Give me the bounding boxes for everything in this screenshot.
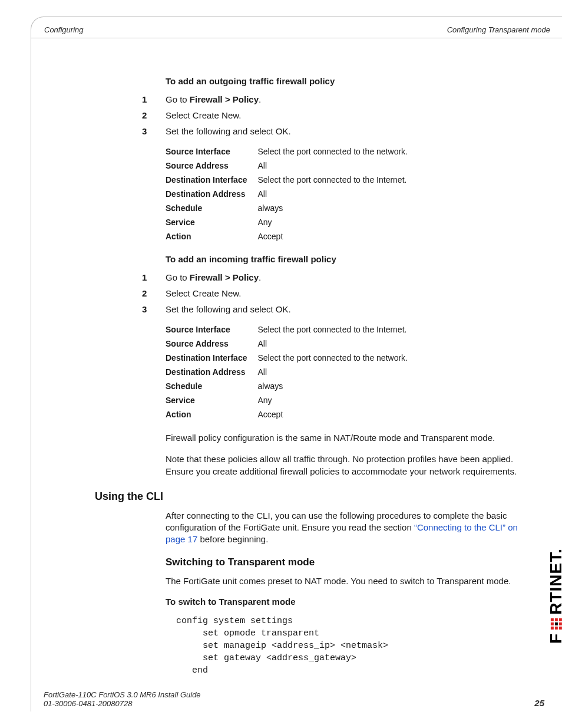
setting-label: Schedule (166, 201, 257, 215)
incoming-title: To add an incoming traffic firewall poli… (166, 254, 520, 264)
setting-label: Service (166, 393, 257, 407)
table-row: Source InterfaceSelect the port connecte… (166, 322, 414, 337)
setting-label: Source Address (166, 337, 257, 351)
table-row: Destination InterfaceSelect the port con… (166, 351, 414, 365)
setting-value: Select the port connected to the Interne… (257, 173, 414, 187)
incoming-settings-table: Source InterfaceSelect the port connecte… (166, 322, 414, 421)
incoming-steps: 1 Go to Firewall > Policy. 2 Select Crea… (166, 272, 520, 314)
running-header: Configuring Configuring Transparent mode (31, 17, 562, 38)
setting-label: Service (166, 215, 257, 229)
using-cli-heading: Using the CLI (95, 490, 520, 503)
table-row: ServiceAny (166, 393, 414, 407)
setting-value: All (257, 365, 414, 379)
step-number: 2 (142, 110, 166, 120)
step-text: Go to Firewall > Policy. (166, 94, 520, 104)
header-right: Configuring Transparent mode (447, 25, 550, 34)
setting-value: always (257, 201, 414, 215)
step-number: 1 (142, 94, 166, 104)
outgoing-title: To add an outgoing traffic firewall poli… (166, 76, 520, 86)
step-text: Go to Firewall > Policy. (166, 272, 520, 282)
switch-paragraph: The FortiGate unit comes preset to NAT m… (166, 575, 520, 587)
table-row: Schedulealways (166, 379, 414, 393)
setting-label: Action (166, 407, 257, 421)
setting-label: Source Address (166, 159, 257, 173)
step-number: 3 (142, 126, 166, 136)
step-item: 2 Select Create New. (166, 110, 520, 120)
table-row: ActionAccept (166, 229, 414, 243)
step-number: 3 (142, 304, 166, 314)
step-text: Set the following and select OK. (166, 304, 520, 314)
step-item: 1 Go to Firewall > Policy. (166, 272, 520, 282)
setting-value: All (257, 187, 414, 201)
step-item: 3 Set the following and select OK. (166, 304, 520, 314)
outgoing-steps: 1 Go to Firewall > Policy. 2 Select Crea… (166, 94, 520, 136)
setting-value: Accept (257, 407, 414, 421)
page-content: To add an outgoing traffic firewall poli… (31, 38, 562, 677)
body-paragraph: Firewall policy configuration is the sam… (166, 432, 520, 444)
setting-value: Select the port connected to the network… (257, 351, 414, 365)
setting-value: Select the port connected to the network… (257, 144, 414, 159)
step-item: 1 Go to Firewall > Policy. (166, 94, 520, 104)
header-left: Configuring (44, 25, 84, 34)
table-row: Destination AddressAll (166, 187, 414, 201)
setting-value: All (257, 337, 414, 351)
step-number: 2 (142, 288, 166, 298)
setting-label: Source Interface (166, 322, 257, 337)
setting-label: Destination Interface (166, 173, 257, 187)
page-number: 25 (534, 698, 544, 708)
table-row: Schedulealways (166, 201, 414, 215)
setting-value: Any (257, 215, 414, 229)
setting-value: always (257, 379, 414, 393)
step-text: Select Create New. (166, 110, 520, 120)
table-row: Destination InterfaceSelect the port con… (166, 173, 414, 187)
fortinet-logo: F RTINET. (547, 548, 562, 644)
footer-text: FortiGate-110C FortiOS 3.0 MR6 Install G… (44, 690, 201, 708)
setting-value: Any (257, 393, 414, 407)
cli-paragraph: After connecting to the CLI, you can use… (166, 510, 520, 546)
logo-grid-icon (551, 618, 562, 630)
table-row: Source InterfaceSelect the port connecte… (166, 144, 414, 159)
step-item: 3 Set the following and select OK. (166, 126, 520, 136)
step-item: 2 Select Create New. (166, 288, 520, 298)
table-row: Source AddressAll (166, 159, 414, 173)
step-text: Set the following and select OK. (166, 126, 520, 136)
outgoing-settings-table: Source InterfaceSelect the port connecte… (166, 144, 414, 243)
table-row: ServiceAny (166, 215, 414, 229)
table-row: Source AddressAll (166, 337, 414, 351)
setting-label: Destination Address (166, 187, 257, 201)
setting-value: Accept (257, 229, 414, 243)
table-row: Destination AddressAll (166, 365, 414, 379)
setting-value: All (257, 159, 414, 173)
setting-label: Destination Address (166, 365, 257, 379)
body-paragraph: Note that these policies allow all traff… (166, 453, 520, 477)
setting-label: Schedule (166, 379, 257, 393)
setting-value: Select the port connected to the Interne… (257, 322, 414, 337)
setting-label: Action (166, 229, 257, 243)
setting-label: Destination Interface (166, 351, 257, 365)
step-number: 1 (142, 272, 166, 282)
page-footer: FortiGate-110C FortiOS 3.0 MR6 Install G… (44, 690, 544, 708)
setting-label: Source Interface (166, 144, 257, 159)
step-text: Select Create New. (166, 288, 520, 298)
switching-mode-heading: Switching to Transparent mode (166, 556, 520, 568)
table-row: ActionAccept (166, 407, 414, 421)
cli-code-block: config system settings set opmode transp… (176, 615, 520, 677)
switch-subheading: To switch to Transparent mode (166, 597, 520, 607)
page-frame: Configuring Configuring Transparent mode… (31, 17, 562, 711)
